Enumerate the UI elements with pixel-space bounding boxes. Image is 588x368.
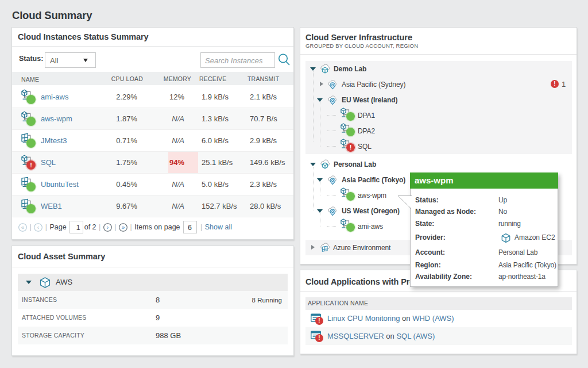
svg-text:›: ›	[107, 224, 109, 230]
svg-text:»: »	[122, 224, 125, 230]
svg-text:«: «	[21, 224, 25, 230]
svg-text:‹: ‹	[37, 224, 39, 230]
